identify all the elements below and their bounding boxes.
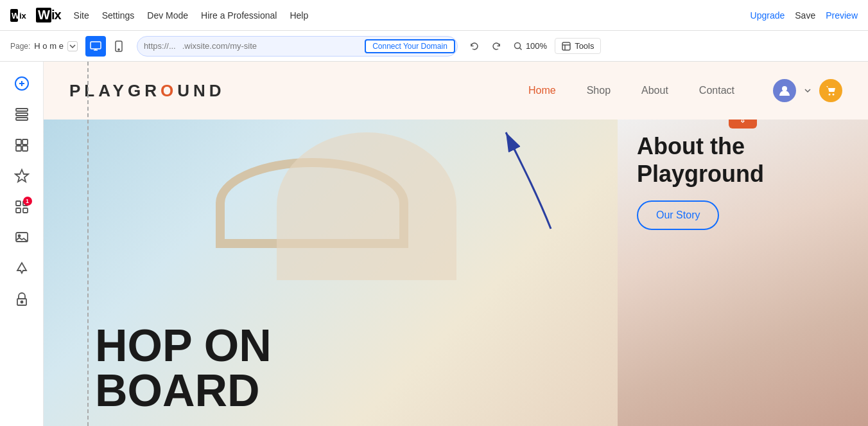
sidebar-blocks-icon[interactable] <box>8 131 36 159</box>
svg-rect-14 <box>16 146 21 151</box>
site-nav: Home Shop About Contact <box>528 85 734 96</box>
save-button[interactable]: Save <box>795 10 815 21</box>
nav-dev-mode[interactable]: Dev Mode <box>147 10 188 21</box>
undo-button[interactable] <box>465 37 483 55</box>
nav-site[interactable]: Site <box>74 10 89 21</box>
svg-rect-7 <box>562 42 570 50</box>
hero-text: HOP ON BOARD <box>95 323 272 413</box>
site-nav-about[interactable]: About <box>641 85 668 96</box>
hero-title-line1: HOP ON <box>95 323 272 368</box>
site-header-icons <box>773 79 842 102</box>
site-content: PLAYGROUND Home Shop About Contact <box>44 62 868 426</box>
page-label: Page: <box>10 42 30 51</box>
url-bar[interactable]: https://... .wixsite.com/my-site Connect… <box>137 36 458 57</box>
desktop-icon[interactable] <box>85 36 106 57</box>
about-panel: ⇕ About the Playground Our Story <box>618 120 868 426</box>
sidebar-marketing-icon[interactable] <box>8 254 36 283</box>
mobile-icon[interactable] <box>108 36 129 57</box>
svg-rect-19 <box>16 208 21 213</box>
panel-drag-handle[interactable]: ⇕ <box>729 120 757 129</box>
page-selector[interactable]: Page: H o m e <box>10 41 78 51</box>
site-header: PLAYGROUND Home Shop About Contact <box>44 62 868 120</box>
preview-button[interactable]: Preview <box>826 10 858 21</box>
svg-point-25 <box>782 86 787 91</box>
device-icons <box>85 36 129 57</box>
dropdown-chevron-icon <box>803 85 813 96</box>
connect-domain-button[interactable]: Connect Your Domain <box>365 39 455 53</box>
svg-point-6 <box>514 42 520 48</box>
tools-button[interactable]: Tools <box>555 38 601 54</box>
svg-point-26 <box>829 94 831 96</box>
top-bar-right: Upgrade Save Preview <box>751 10 858 21</box>
svg-rect-10 <box>16 113 28 116</box>
column-guide-line <box>87 62 89 426</box>
nav-help[interactable]: Help <box>290 10 308 21</box>
sidebar-apps-icon[interactable]: 1 <box>8 193 36 221</box>
svg-rect-3 <box>91 42 101 49</box>
site-nav-shop[interactable]: Shop <box>587 85 611 96</box>
page-name: H o m e <box>34 41 64 51</box>
about-text-overlay: About the Playground Our Story <box>637 132 764 230</box>
nav-settings[interactable]: Settings <box>102 10 135 21</box>
tools-label: Tools <box>575 41 594 51</box>
about-panel-image: About the Playground Our Story <box>618 120 868 426</box>
svg-rect-13 <box>22 139 28 145</box>
page-dropdown-chevron[interactable] <box>67 41 78 51</box>
undo-redo-controls <box>465 37 505 55</box>
svg-rect-17 <box>16 201 21 206</box>
redo-button[interactable] <box>487 37 505 55</box>
site-logo: PLAYGROUND <box>69 81 528 101</box>
about-title-line2: Playground <box>637 160 764 188</box>
svg-text:ix: ix <box>19 11 27 21</box>
svg-marker-16 <box>15 170 28 182</box>
cart-icon[interactable] <box>819 79 842 102</box>
svg-rect-15 <box>22 146 28 151</box>
left-sidebar: 1 <box>0 62 44 426</box>
svg-point-24 <box>21 301 22 303</box>
svg-rect-12 <box>16 139 21 145</box>
main-area: 1 <box>0 62 868 426</box>
top-bar: W ix Wix Site Settings Dev Mode Hire a P… <box>0 0 868 31</box>
svg-rect-20 <box>23 208 28 213</box>
sidebar-store-icon[interactable] <box>8 285 36 314</box>
hero-image-area: HOP ON BOARD <box>44 120 618 426</box>
top-bar-nav: Site Settings Dev Mode Hire a Profession… <box>74 10 309 21</box>
user-avatar-icon[interactable] <box>773 79 796 102</box>
zoom-level[interactable]: 100% <box>513 41 547 51</box>
apps-badge: 1 <box>23 197 32 206</box>
nav-hire[interactable]: Hire a Professional <box>201 10 277 21</box>
sidebar-design-icon[interactable] <box>8 162 36 190</box>
canvas-area: PLAYGROUND Home Shop About Contact <box>44 62 868 426</box>
svg-point-27 <box>833 94 835 96</box>
second-bar: Page: H o m e https://... .wixsite.com/m… <box>0 31 868 62</box>
toy-shape-decoration <box>277 132 456 280</box>
site-nav-contact[interactable]: Contact <box>699 85 734 96</box>
url-domain: .wixsite.com/my-site <box>182 41 257 51</box>
svg-rect-9 <box>16 109 28 111</box>
url-prefix: https://... <box>137 41 182 51</box>
svg-point-22 <box>18 235 20 237</box>
sidebar-add-icon[interactable] <box>8 69 36 98</box>
site-body: HOP ON BOARD ⇕ About the Playground <box>44 120 868 426</box>
site-nav-home[interactable]: Home <box>528 85 556 96</box>
about-title: About the Playground <box>637 132 764 188</box>
svg-rect-11 <box>16 118 28 120</box>
our-story-button[interactable]: Our Story <box>637 200 719 230</box>
sidebar-media-icon[interactable] <box>8 224 36 252</box>
sidebar-pages-icon[interactable] <box>8 100 36 129</box>
upgrade-button[interactable]: Upgrade <box>751 10 785 21</box>
wix-logo: W ix Wix <box>10 8 61 22</box>
svg-point-5 <box>118 49 119 50</box>
about-title-line1: About the <box>637 132 764 160</box>
hero-title-line2: BOARD <box>95 368 272 413</box>
